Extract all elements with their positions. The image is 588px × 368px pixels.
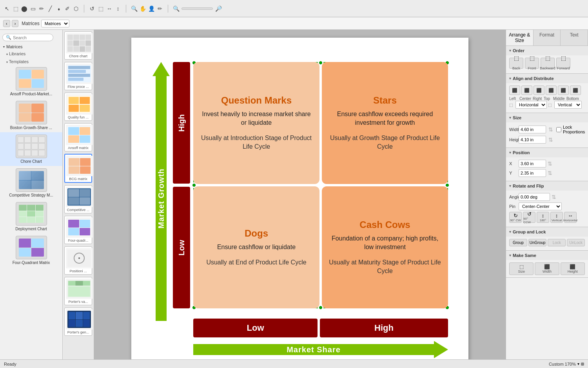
thumb-position[interactable]: Positioni ... bbox=[64, 246, 92, 275]
rotate-header[interactable]: ▾ Rotate and Flip bbox=[506, 181, 588, 191]
lock-proportions-check[interactable] bbox=[556, 127, 561, 132]
make-same-width-btn[interactable]: ⬛ Width bbox=[535, 262, 559, 275]
grid-icon[interactable]: ⬚ bbox=[97, 5, 105, 13]
zoom-dropdown-arrow[interactable]: ▾ bbox=[577, 362, 579, 366]
pen-tool[interactable]: ✏ bbox=[38, 5, 45, 13]
breadcrumb-label: Matrices bbox=[22, 21, 39, 26]
align-center-btn[interactable]: ⬛ bbox=[521, 86, 532, 95]
cell-stars[interactable]: Stars Ensure cashflow exceeds required i… bbox=[322, 62, 448, 184]
align-right-btn[interactable]: ⬛ bbox=[534, 86, 544, 95]
thumb-flow[interactable]: Flow proce ... bbox=[64, 62, 92, 90]
fit-to-window-btn[interactable] bbox=[581, 363, 584, 366]
sidebar-item-competitive[interactable]: Competitive Strategy M... bbox=[0, 166, 62, 200]
nav-back-btn[interactable]: ‹ bbox=[3, 20, 10, 27]
backward-label: Backward bbox=[540, 63, 555, 73]
flip-h-icon[interactable]: ↔ bbox=[105, 5, 113, 13]
pin-dropdown[interactable]: Center-Center bbox=[519, 202, 562, 210]
rect-tool[interactable]: ▭ bbox=[29, 5, 37, 13]
dogs-body: Ensure cashflow or liquidate bbox=[217, 243, 296, 251]
thumb-chore-chart[interactable]: Chore chart bbox=[64, 31, 92, 60]
angle-input[interactable] bbox=[519, 193, 550, 201]
thumb-bcg[interactable]: BCG matrix bbox=[64, 154, 92, 183]
tab-format[interactable]: Format bbox=[534, 30, 561, 46]
lock-proportions-row: Lock Proportions bbox=[556, 125, 585, 134]
rotate-180-label: 180° bbox=[540, 219, 546, 222]
size-header[interactable]: ▾ Size bbox=[506, 113, 588, 122]
unlock-btn[interactable]: UnLock bbox=[567, 239, 585, 246]
canvas-area[interactable]: Market Growth High Low bbox=[94, 30, 506, 359]
diamond-tool[interactable]: ⬧ bbox=[55, 5, 63, 13]
flip-vertical-btn[interactable]: ↕ Vertical bbox=[550, 212, 563, 223]
make-same-size-btn[interactable]: ⬚ Size bbox=[509, 262, 534, 275]
search-input[interactable] bbox=[13, 35, 50, 40]
make-same-height-btn[interactable]: ⬛ Height bbox=[561, 262, 585, 275]
box-tool[interactable]: ⬚ bbox=[12, 5, 20, 13]
align-middle-btn[interactable]: ⬛ bbox=[558, 86, 569, 95]
distribute-v-dropdown[interactable]: Vertical bbox=[554, 101, 582, 109]
y-input[interactable] bbox=[519, 169, 546, 177]
arrow-tool[interactable]: ↖ bbox=[3, 5, 11, 13]
front-btn[interactable]: ⬚ Front bbox=[525, 58, 539, 69]
rotate-90ccw-btn[interactable]: ↺ 90° CCW bbox=[523, 212, 535, 223]
sidebar-item-deployment[interactable]: Deployment Chart bbox=[0, 200, 62, 233]
hex-tool[interactable]: ⬡ bbox=[72, 5, 80, 13]
lock-btn[interactable]: Lock bbox=[548, 239, 566, 246]
back-btn[interactable]: ⬚ Back bbox=[509, 58, 523, 69]
pencil-tool[interactable]: ✐ bbox=[64, 5, 71, 13]
sidebar-subsection-libraries: ▾ Libraries bbox=[0, 51, 62, 57]
align-top-btn[interactable]: ⬛ bbox=[546, 86, 557, 95]
align-left-btn[interactable]: ⬛ bbox=[509, 86, 520, 95]
zoom-out-btn[interactable]: 🔍 bbox=[172, 5, 180, 13]
forward-btn[interactable]: ⬚ Forward bbox=[556, 58, 570, 69]
x-input[interactable] bbox=[519, 160, 546, 168]
undo-icon[interactable]: ↺ bbox=[88, 5, 96, 13]
cell-cash-cows[interactable]: Cash Cows Foundation of a company; high … bbox=[322, 186, 448, 308]
ungroup-btn[interactable]: UnGroup bbox=[528, 239, 547, 246]
align-arrow: ▾ bbox=[509, 77, 511, 80]
main-toolbar: ↖ ⬚ ⬤ ▭ ✏ ╱ ⬧ ✐ ⬡ ↺ ⬚ ↔ ↕ 🔍 ✋ 👤 ✏ 🔍 🔎 bbox=[0, 0, 588, 17]
cell-question-marks[interactable]: Question Marks Invest heavily to increas… bbox=[193, 62, 319, 184]
rotate-90cw-btn[interactable]: ↻ 90° CW bbox=[509, 212, 522, 223]
thumb-ansoff[interactable]: Ansoff matrix bbox=[64, 123, 92, 151]
pan-icon[interactable]: ✋ bbox=[139, 5, 147, 13]
group-header[interactable]: ▾ Group and Lock bbox=[506, 227, 588, 237]
thumb-quality[interactable]: Quality fun ... bbox=[64, 93, 92, 121]
rotate-180-btn[interactable]: ↕ 180° bbox=[537, 212, 549, 223]
position-header[interactable]: ▾ Position bbox=[506, 148, 588, 157]
angle-row: Angle ⇅ bbox=[509, 193, 585, 201]
ms-size-label: Size bbox=[518, 270, 525, 273]
flip-horizontal-btn[interactable]: ↔ Horizontal bbox=[564, 212, 577, 223]
tab-text[interactable]: Text bbox=[561, 30, 588, 46]
sidebar-item-ansoff[interactable]: Ansoff Product-Market... bbox=[0, 65, 62, 98]
width-input[interactable] bbox=[519, 126, 546, 133]
line-tool[interactable]: ╱ bbox=[46, 5, 54, 13]
flip-v-icon[interactable]: ↕ bbox=[114, 5, 122, 13]
tab-arrange-size[interactable]: Arrange & Size bbox=[506, 30, 534, 46]
align-header[interactable]: ▾ Align and Distribute bbox=[506, 74, 588, 83]
sidebar-section-matrices[interactable]: ▾ Matrices bbox=[0, 43, 62, 51]
nav-forward-btn[interactable]: › bbox=[12, 20, 19, 27]
cell-dogs[interactable]: Dogs Ensure cashflow or liquidate Usuall… bbox=[193, 186, 319, 308]
thumb-four-quadr[interactable]: Four-quadr... bbox=[64, 216, 92, 244]
user-icon[interactable]: 👤 bbox=[147, 5, 155, 13]
sidebar-item-boston[interactable]: Boston Growth-Share ... bbox=[0, 98, 62, 132]
thumb-porters-gen[interactable]: Porter's gen... bbox=[64, 308, 92, 336]
backward-btn[interactable]: ⬚ Backward bbox=[541, 58, 555, 69]
edit-icon[interactable]: ✏ bbox=[156, 5, 164, 13]
zoom-in-btn[interactable]: 🔎 bbox=[214, 5, 222, 13]
sidebar-item-four-quadrant[interactable]: Four-Quadrant Matrix bbox=[0, 233, 62, 267]
zoom-slider[interactable] bbox=[181, 7, 213, 10]
main-canvas[interactable]: Market Growth High Low bbox=[131, 38, 468, 359]
distribute-h-dropdown[interactable]: Horizontal bbox=[515, 101, 547, 109]
circle-tool[interactable]: ⬤ bbox=[20, 5, 28, 13]
zoom-control: Custom 170% ▾ bbox=[549, 362, 584, 366]
group-btn[interactable]: Group bbox=[509, 239, 527, 246]
align-bottom-btn[interactable]: ⬛ bbox=[570, 86, 581, 95]
document-dropdown[interactable]: Matrices bbox=[41, 20, 69, 27]
thumb-porters-va[interactable]: Porter's va... bbox=[64, 277, 92, 305]
make-same-header[interactable]: ▾ Make Same bbox=[506, 251, 588, 260]
sidebar-item-chore[interactable]: Chore Chart bbox=[0, 132, 62, 166]
height-input[interactable] bbox=[519, 136, 546, 144]
magnify-icon[interactable]: 🔍 bbox=[130, 5, 138, 13]
thumb-competitive[interactable]: Competitive ... bbox=[64, 185, 92, 213]
